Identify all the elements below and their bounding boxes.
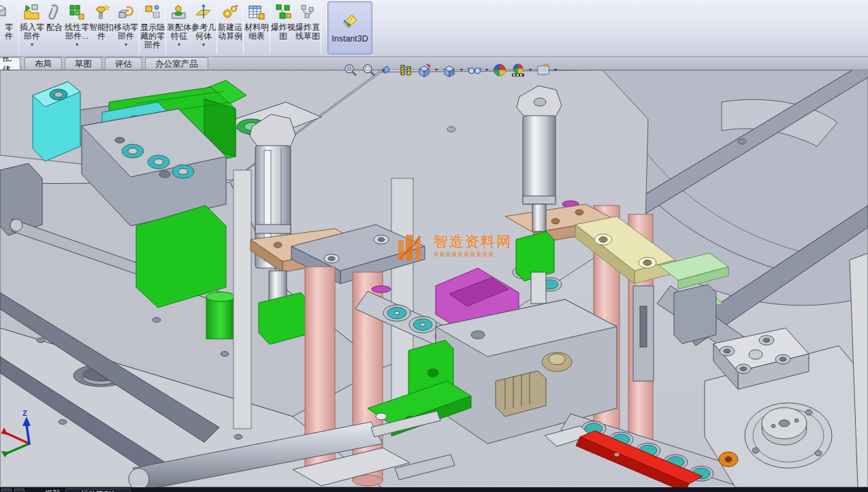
view-settings-icon[interactable]: [535, 62, 551, 78]
tab-1[interactable]: 草图: [65, 57, 102, 69]
mate-icon: [44, 2, 65, 22]
ribbon-button-label: 配合: [46, 23, 63, 32]
ribbon-button-label: 显示隐藏的零部件: [140, 23, 165, 50]
display-style-icon[interactable]: [441, 62, 457, 78]
ribbon-button-label: 零件: [5, 23, 13, 41]
insert-component-icon: [22, 2, 42, 22]
label-line: 细表: [244, 32, 269, 41]
label-line: 件: [89, 32, 114, 41]
tab-model[interactable]: 模型: [45, 489, 60, 492]
view-orientation-icon[interactable]: [416, 62, 432, 78]
ribbon-button-exploded-view[interactable]: 爆炸视图: [271, 0, 295, 56]
zoom-area-icon[interactable]: [361, 62, 376, 78]
linear-pattern-icon: [67, 2, 87, 22]
ribbon-button-label: 装配体特征: [167, 23, 191, 41]
section-view-icon[interactable]: [398, 62, 413, 78]
bom-icon: [246, 2, 267, 22]
label-line: 何体: [191, 32, 216, 41]
smart-fasteners-icon: [91, 2, 112, 22]
dropdown-arrow-icon[interactable]: ▾: [202, 42, 205, 48]
dropdown-arrow-icon[interactable]: ▾: [125, 42, 127, 48]
label-line: 部件: [140, 41, 165, 50]
previous-view-icon[interactable]: [379, 62, 395, 78]
label-line: 部件...: [65, 32, 89, 41]
ribbon-button-label: 线性零部件...: [65, 23, 89, 41]
instant3d-icon: [341, 12, 359, 33]
ribbon-button-assembly-features[interactable]: 装配体特征▾: [167, 0, 191, 56]
ribbon-button-bom[interactable]: 材料明细表: [244, 0, 269, 56]
triad-z-label: Z: [22, 409, 27, 417]
ribbon-button-explode-sketch[interactable]: 爆炸直线草图: [295, 0, 320, 56]
cad-assembly-scene[interactable]: Z: [0, 70, 868, 487]
tab-assembly-active[interactable]: 配体: [0, 57, 20, 69]
instant3d-label: Instant3D: [332, 34, 368, 44]
move-component-icon: [116, 2, 136, 22]
ribbon-button-edit-component[interactable]: 零件: [0, 0, 18, 56]
ribbon-button-show-hidden[interactable]: 显示隐藏的零部件: [140, 0, 165, 56]
ribbon-button-insert-component[interactable]: 插入零部件▾: [20, 0, 44, 56]
ribbon-button-label: 智能扣件: [89, 23, 114, 41]
tab-motion-study[interactable]: 运动算例1: [65, 489, 131, 492]
tab-0[interactable]: 布局: [25, 57, 62, 69]
study-nav-button[interactable]: [14, 489, 25, 492]
dropdown-arrow-icon[interactable]: ▾: [31, 42, 33, 48]
ribbon-button-reference-geometry[interactable]: 参考几何体▾: [191, 0, 216, 56]
dropdown-arrow-icon[interactable]: ▾: [460, 67, 463, 73]
dropdown-arrow-icon[interactable]: ▾: [485, 67, 488, 73]
apply-scene-icon[interactable]: [510, 62, 526, 78]
dropdown-arrow-icon[interactable]: ▾: [76, 42, 78, 48]
label-line: 部件: [20, 32, 44, 41]
ribbon-toolbar: 零件插入零部件▾配合线性零部件...▾智能扣件移动零部件▾显示隐藏的零部件装配体…: [0, 0, 868, 57]
explode-sketch-icon: [298, 2, 318, 22]
headsup-view-toolbar: ▾▾▾▾▾: [342, 62, 558, 78]
hide-show-items-icon[interactable]: [466, 62, 482, 78]
ribbon-button-label: 移动零部件: [114, 23, 138, 41]
ribbon-button-label: 新建运动算例: [218, 23, 242, 41]
solidworks-window: 零件插入零部件▾配合线性零部件...▾智能扣件移动零部件▾显示隐藏的零部件装配体…: [0, 0, 868, 492]
zoom-fit-icon[interactable]: [342, 62, 358, 78]
study-nav-button[interactable]: [1, 489, 12, 492]
statusbar: 模型 运动算例1: [0, 487, 868, 492]
ribbon-button-label: 爆炸视图: [271, 23, 295, 41]
reference-geometry-icon: [193, 2, 214, 22]
ribbon-button-motion-study[interactable]: 新建运动算例: [218, 0, 242, 56]
instant3d-button[interactable]: Instant3D: [327, 1, 372, 54]
label-line: 特征: [167, 32, 191, 41]
label-line: 动算例: [218, 32, 242, 41]
ribbon-button-label: 参考几何体: [191, 23, 216, 41]
ribbon-button-label: 爆炸直线草图: [295, 23, 320, 41]
tab-3[interactable]: 办公室产品: [145, 57, 208, 69]
assembly-features-icon: [169, 2, 189, 22]
ribbon-button-smart-fasteners[interactable]: 智能扣件: [89, 0, 114, 56]
graphics-viewport[interactable]: Z ▾▾▾▾▾ 智造资料网: [0, 70, 868, 487]
ribbon-button-label: 插入零部件: [20, 23, 44, 41]
motion-study-icon: [220, 2, 240, 22]
label-line: 件: [5, 32, 13, 41]
label-line: 线草图: [295, 32, 320, 41]
dropdown-arrow-icon[interactable]: ▾: [435, 67, 438, 73]
dropdown-arrow-icon[interactable]: ▾: [178, 42, 180, 48]
ribbon-button-move-component[interactable]: 移动零部件▾: [114, 0, 138, 56]
edit-component-icon: [0, 2, 11, 22]
show-hidden-icon: [142, 2, 163, 22]
dropdown-arrow-icon[interactable]: ▾: [529, 67, 532, 73]
tab-2[interactable]: 评估: [105, 57, 142, 69]
ribbon-button-linear-pattern[interactable]: 线性零部件...▾: [65, 0, 89, 56]
label-line: 配合: [46, 23, 63, 32]
label-line: 图: [271, 32, 295, 41]
ribbon-button-label: 材料明细表: [244, 23, 269, 41]
exploded-view-icon: [273, 2, 293, 22]
label-line: 部件: [114, 32, 138, 41]
ribbon-button-mate[interactable]: 配合: [44, 0, 65, 56]
edit-appearance-icon[interactable]: [492, 62, 507, 78]
dropdown-arrow-icon[interactable]: ▾: [554, 67, 557, 73]
